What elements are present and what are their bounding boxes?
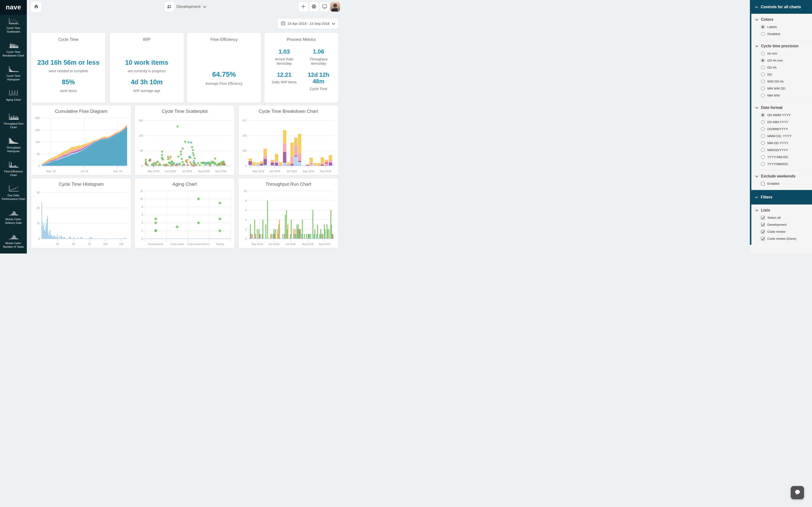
sidebar-item-throughput-run-chart[interactable]: Throughput Run Chart (0, 110, 27, 134)
display-button[interactable] (320, 2, 329, 12)
cycle-time-histogram-chart: Cycle Time Histogram0102030255075100125 (32, 178, 131, 248)
sidebar-item-aging-chart[interactable]: Aging Chart (0, 87, 27, 110)
card-title: Process Metrics (287, 37, 316, 42)
svg-text:417: 417 (242, 119, 247, 122)
svg-text:10: 10 (244, 189, 247, 192)
svg-text:150: 150 (139, 119, 143, 122)
sidebar-item-due-date-performance-chart[interactable]: Due Date Performance Chart (0, 182, 27, 206)
sidebar-item-flow-efficiency-chart[interactable]: Flow Efficiency Chart (0, 158, 27, 182)
board-name: Development (176, 4, 201, 9)
svg-text:Jul 2018: Jul 2018 (286, 243, 296, 245)
sidebar-item-cycle-time-breakdown-chart[interactable]: Cycle Time Breakdown Chart (0, 39, 27, 62)
topbar-actions (298, 2, 340, 12)
sidebar-item-throughput-histogram[interactable]: Throughput Histogram (0, 134, 27, 158)
metric-value: 12d 12h 48m (303, 71, 334, 85)
svg-text:6: 6 (142, 213, 143, 216)
svg-text:0: 0 (142, 237, 143, 240)
svg-text:50: 50 (37, 153, 40, 156)
wip-card: WIP 10 work items are currently in progr… (110, 33, 184, 103)
scatterplot-icon (8, 18, 19, 25)
svg-text:Aug 2018: Aug 2018 (302, 243, 313, 245)
svg-text:Code review: Code review (170, 243, 185, 245)
flow-efficiency-card: Flow Efficiency 64.75% Average Flow Effi… (187, 33, 261, 103)
card-title: WIP (143, 37, 151, 42)
svg-text:6: 6 (245, 209, 247, 212)
svg-text:Sep 2018: Sep 2018 (320, 170, 331, 173)
svg-text:100: 100 (139, 134, 143, 137)
histogram-icon (8, 65, 19, 73)
cycle-time-scatterplot-chart: Cycle Time Scatterplot050100150May 2018J… (135, 106, 235, 175)
card-title: Flow Efficiency (210, 37, 238, 42)
cycle-time-caption2: work items (60, 89, 77, 93)
sidebar-item-label: Monte Carlo: Delivery Date (0, 218, 27, 225)
process-metric-3: 12d 12h 48mCycle Time (303, 71, 334, 91)
svg-text:4: 4 (245, 218, 247, 221)
svg-text:4: 4 (142, 221, 143, 224)
svg-text:Jul '18: Jul '18 (81, 170, 88, 173)
cycle-time-breakdown-chart: Cycle Time Breakdown Chart0139278417May … (239, 106, 338, 175)
plus-icon (301, 4, 306, 10)
sidebar-item-label: Cycle Time Breakdown Chart (0, 50, 27, 57)
sidebar-item-label: Aging Chart (5, 98, 22, 102)
svg-text:10: 10 (37, 222, 40, 225)
settings-button[interactable] (309, 2, 319, 12)
svg-text:0: 0 (38, 237, 40, 240)
sidebar-item-cycle-time-scatterplot[interactable]: Cycle Time Scatterplot (0, 15, 27, 39)
wip-age-value: 4d 3h 10m (131, 78, 163, 86)
sidebar-item-monte-carlo-delivery-date[interactable]: Monte Carlo: Delivery Date (0, 206, 27, 230)
svg-text:May '18: May '18 (46, 170, 56, 173)
montecarlo-icon (8, 233, 19, 240)
svg-text:Jul 2018: Jul 2018 (287, 170, 297, 173)
chevron-down-icon (203, 5, 206, 9)
svg-text:Testing: Testing (216, 243, 224, 245)
cycle-time-value: 23d 16h 56m or less (38, 59, 100, 66)
metric-label: Arrival Rate items/day (270, 57, 299, 66)
metric-value: 12.21 (277, 71, 292, 78)
user-avatar[interactable] (331, 2, 340, 12)
svg-text:8: 8 (142, 206, 143, 208)
svg-text:0: 0 (142, 164, 143, 167)
svg-text:May 2018: May 2018 (251, 243, 263, 245)
home-button[interactable] (31, 2, 41, 12)
histogram2-icon (8, 137, 19, 145)
cycle-time-percentile: 85% (62, 78, 75, 86)
board-switcher[interactable]: Development (164, 2, 206, 12)
process-metric-2: 12.21Daily WIP items (269, 71, 300, 91)
sidebar-item-cycle-time-histogram[interactable]: Cycle Time Histogram (0, 62, 27, 87)
team-icon (164, 2, 174, 12)
metric-label: Throughput items/day (304, 57, 333, 66)
breakdown-icon (8, 42, 19, 49)
date-range-value: 15 Apr 2018 - 15 Sep 2018 (288, 22, 329, 25)
svg-text:278: 278 (242, 134, 247, 137)
svg-text:Cycle Time Histogram: Cycle Time Histogram (59, 181, 104, 187)
svg-text:2: 2 (245, 228, 247, 231)
svg-text:Jun 2018: Jun 2018 (268, 243, 280, 245)
add-button[interactable] (298, 2, 308, 12)
svg-text:30: 30 (37, 191, 40, 194)
topbar: Development (27, 0, 344, 14)
flow-efficiency-value: 64.75% (212, 70, 236, 78)
svg-text:100: 100 (35, 140, 40, 144)
svg-text:139: 139 (242, 149, 247, 152)
svg-text:May 2018: May 2018 (148, 170, 159, 173)
throughput-run-chart: Throughput Run Chart0246810May 2018Jun 2… (239, 178, 338, 248)
svg-text:Aug 2018: Aug 2018 (303, 170, 314, 173)
svg-text:Sep 2018: Sep 2018 (215, 170, 226, 173)
svg-text:10: 10 (140, 198, 143, 201)
process-metrics-card: Process Metrics 1.03Arrival Rate items/d… (264, 33, 338, 103)
svg-text:25: 25 (56, 243, 59, 245)
svg-text:0: 0 (245, 164, 247, 167)
avatar-caret-icon (337, 10, 340, 12)
date-range-picker[interactable]: 15 Apr 2018 - 15 Sep 2018 (278, 18, 338, 29)
main-area: Development (27, 0, 344, 253)
metric-value: 1.03 (278, 48, 290, 55)
svg-text:Sep 2018: Sep 2018 (319, 243, 330, 245)
process-metric-1: 1.06Throughput items/day (303, 48, 334, 66)
svg-text:Aging Chart: Aging Chart (172, 181, 197, 187)
svg-text:100: 100 (103, 243, 108, 245)
svg-text:75: 75 (88, 243, 91, 245)
svg-text:0: 0 (245, 237, 247, 240)
sidebar-item-monte-carlo-number-of-tasks[interactable]: Monte Carlo: Number of Tasks (0, 230, 27, 253)
cumulative-flow-diagram-chart: Cumulative Flow Diagram050100150200May '… (32, 106, 131, 175)
sidebar-item-label: Throughput Histogram (0, 146, 27, 153)
